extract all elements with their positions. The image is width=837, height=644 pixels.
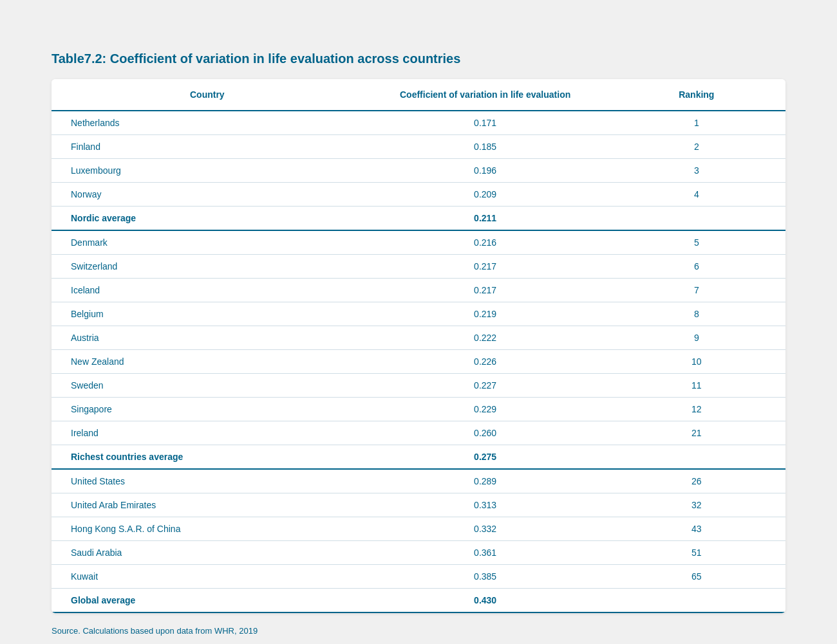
table-row: Singapore0.22912 [52, 398, 785, 421]
cell-coefficient: 0.260 [363, 421, 608, 445]
table-body: Netherlands0.1711Finland0.1852Luxembourg… [52, 111, 785, 612]
cell-ranking: 11 [608, 374, 785, 398]
cell-country: Netherlands [52, 111, 363, 135]
table-row: Kuwait0.38565 [52, 565, 785, 589]
cell-country: Singapore [52, 398, 363, 421]
cell-country: Switzerland [52, 255, 363, 279]
cell-country: Global average [52, 589, 363, 613]
cell-coefficient: 0.430 [363, 589, 608, 613]
cell-coefficient: 0.222 [363, 326, 608, 350]
data-table: Country Coefficient of variation in life… [52, 79, 785, 613]
cell-coefficient: 0.332 [363, 517, 608, 541]
table-row: Luxembourg0.1963 [52, 159, 785, 183]
table-row: Richest countries average0.275 [52, 445, 785, 470]
cell-country: Iceland [52, 279, 363, 302]
cell-coefficient: 0.185 [363, 135, 608, 159]
table-row: United States0.28926 [52, 469, 785, 493]
header-coefficient: Coefficient of variation in life evaluat… [363, 79, 608, 111]
cell-country: Richest countries average [52, 445, 363, 470]
cell-coefficient: 0.361 [363, 541, 608, 565]
cell-country: Luxembourg [52, 159, 363, 183]
table-row: Ireland0.26021 [52, 421, 785, 445]
cell-coefficient: 0.229 [363, 398, 608, 421]
cell-ranking: 26 [608, 469, 785, 493]
table-row: New Zealand0.22610 [52, 350, 785, 374]
cell-ranking [608, 445, 785, 470]
table-row: Global average0.430 [52, 589, 785, 613]
cell-coefficient: 0.217 [363, 279, 608, 302]
cell-coefficient: 0.275 [363, 445, 608, 470]
table-row: Austria0.2229 [52, 326, 785, 350]
cell-ranking: 7 [608, 279, 785, 302]
cell-ranking: 4 [608, 183, 785, 207]
cell-ranking: 2 [608, 135, 785, 159]
cell-country: Belgium [52, 302, 363, 326]
cell-coefficient: 0.313 [363, 493, 608, 517]
cell-coefficient: 0.211 [363, 207, 608, 231]
cell-country: Norway [52, 183, 363, 207]
table-row: Switzerland0.2176 [52, 255, 785, 279]
cell-ranking: 65 [608, 565, 785, 589]
table-row: Hong Kong S.A.R. of China0.33243 [52, 517, 785, 541]
table-row: Iceland0.2177 [52, 279, 785, 302]
cell-ranking [608, 589, 785, 613]
cell-country: Nordic average [52, 207, 363, 231]
cell-country: Hong Kong S.A.R. of China [52, 517, 363, 541]
cell-country: United States [52, 469, 363, 493]
table-row: Belgium0.2198 [52, 302, 785, 326]
table-row: Sweden0.22711 [52, 374, 785, 398]
cell-coefficient: 0.226 [363, 350, 608, 374]
cell-country: Austria [52, 326, 363, 350]
cell-coefficient: 0.216 [363, 230, 608, 255]
table-row: Saudi Arabia0.36151 [52, 541, 785, 565]
cell-country: Ireland [52, 421, 363, 445]
cell-ranking: 43 [608, 517, 785, 541]
header-country: Country [52, 79, 363, 111]
table-row: Netherlands0.1711 [52, 111, 785, 135]
cell-ranking: 6 [608, 255, 785, 279]
cell-coefficient: 0.289 [363, 469, 608, 493]
cell-country: United Arab Emirates [52, 493, 363, 517]
table-row: Norway0.2094 [52, 183, 785, 207]
table-row: Denmark0.2165 [52, 230, 785, 255]
cell-coefficient: 0.227 [363, 374, 608, 398]
cell-ranking: 1 [608, 111, 785, 135]
cell-coefficient: 0.217 [363, 255, 608, 279]
cell-coefficient: 0.196 [363, 159, 608, 183]
table-header-row: Country Coefficient of variation in life… [52, 79, 785, 111]
page-container: Table7.2: Coefficient of variation in li… [13, 26, 824, 644]
cell-ranking [608, 207, 785, 231]
cell-ranking: 51 [608, 541, 785, 565]
cell-country: Saudi Arabia [52, 541, 363, 565]
cell-ranking: 3 [608, 159, 785, 183]
cell-country: Denmark [52, 230, 363, 255]
cell-country: Kuwait [52, 565, 363, 589]
source-text: Source. Calculations based upon data fro… [52, 626, 785, 636]
cell-country: Finland [52, 135, 363, 159]
cell-ranking: 5 [608, 230, 785, 255]
table-wrapper: Country Coefficient of variation in life… [52, 79, 785, 613]
cell-ranking: 10 [608, 350, 785, 374]
cell-coefficient: 0.171 [363, 111, 608, 135]
cell-ranking: 32 [608, 493, 785, 517]
header-ranking: Ranking [608, 79, 785, 111]
cell-country: New Zealand [52, 350, 363, 374]
cell-coefficient: 0.385 [363, 565, 608, 589]
cell-ranking: 12 [608, 398, 785, 421]
cell-ranking: 8 [608, 302, 785, 326]
cell-country: Sweden [52, 374, 363, 398]
cell-coefficient: 0.209 [363, 183, 608, 207]
table-row: United Arab Emirates0.31332 [52, 493, 785, 517]
cell-ranking: 9 [608, 326, 785, 350]
cell-coefficient: 0.219 [363, 302, 608, 326]
table-row: Nordic average0.211 [52, 207, 785, 231]
cell-ranking: 21 [608, 421, 785, 445]
table-title: Table7.2: Coefficient of variation in li… [52, 51, 785, 66]
table-row: Finland0.1852 [52, 135, 785, 159]
